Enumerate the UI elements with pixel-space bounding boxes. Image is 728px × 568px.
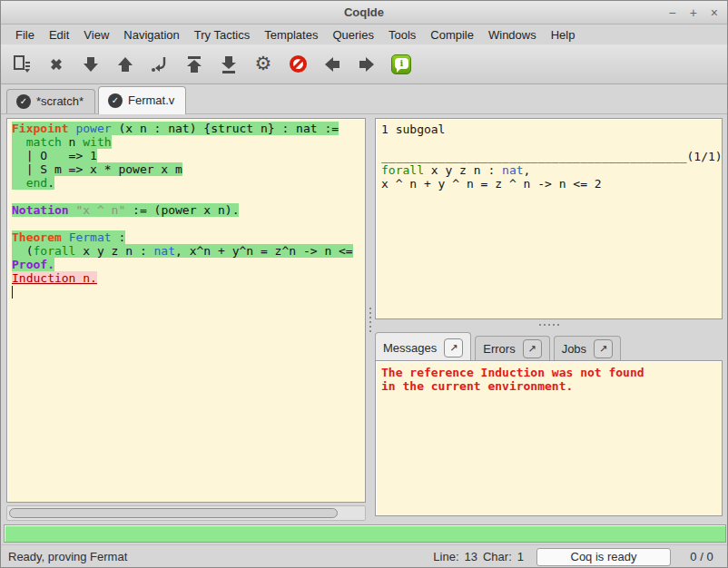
code-line[interactable]	[12, 285, 365, 299]
menu-item-queries[interactable]: Queries	[325, 26, 381, 44]
char-value: 1	[517, 550, 524, 563]
goal-counter: (1/1)	[687, 150, 723, 163]
line-label: Line:	[433, 550, 458, 563]
detach-icon[interactable]: ↗	[594, 339, 613, 358]
tab-label: Fermat.v	[128, 93, 174, 107]
go-to-end-icon[interactable]	[217, 53, 241, 76]
checkmark-icon: ✓	[16, 94, 31, 109]
menu-item-tools[interactable]: Tools	[381, 26, 423, 44]
code-line[interactable]: forall x y z n : nat,	[381, 163, 722, 177]
status-right: Line: 13 Char: 1 Coq is ready 0 / 0	[433, 548, 720, 566]
code-line[interactable]: | O => 1	[12, 149, 365, 162]
code-line[interactable]	[12, 217, 365, 230]
tab-label: *scratch*	[36, 94, 84, 108]
tab-fermat-v[interactable]: ✓Fermat.v	[98, 86, 186, 114]
menu-item-windows[interactable]: Windows	[481, 26, 544, 44]
code-line[interactable]: match n with	[12, 135, 365, 149]
restart-icon[interactable]	[182, 53, 206, 76]
close-icon[interactable]	[44, 53, 68, 76]
forward-icon[interactable]	[79, 53, 103, 76]
save-icon[interactable]	[10, 53, 34, 76]
coq-status-indicator: Coq is ready	[536, 548, 671, 566]
tab-messages[interactable]: Messages↗	[375, 332, 471, 362]
menu-item-compile[interactable]: Compile	[423, 26, 481, 44]
minimize-icon[interactable]: −	[668, 6, 675, 19]
titlebar[interactable]: CoqIde − + ×	[1, 1, 727, 24]
code-line[interactable]: Theorem Fermat :	[12, 230, 365, 244]
tab-label: Jobs	[562, 342, 586, 356]
about-icon[interactable]: i	[389, 53, 413, 76]
maximize-icon[interactable]: +	[690, 6, 697, 19]
toolbar: ⚙i	[1, 44, 727, 84]
script-editor[interactable]: Fixpoint power (x n : nat) {struct n} : …	[7, 119, 365, 299]
window-controls: − + ×	[668, 1, 718, 24]
code-line[interactable]	[12, 190, 365, 203]
code-line[interactable]: in the current environment.	[381, 379, 722, 393]
menu-bar: FileEditViewNavigationTry TacticsTemplat…	[1, 25, 727, 44]
goal-separator: ________________________________________…	[381, 150, 722, 163]
progress-bar	[4, 524, 726, 543]
status-message: Ready, proving Fermat	[8, 550, 433, 563]
menu-item-help[interactable]: Help	[544, 26, 583, 44]
tab-label: Errors	[483, 342, 515, 356]
messages-content: The reference Induction was not foundin …	[376, 361, 722, 393]
menu-item-navigation[interactable]: Navigation	[116, 26, 186, 44]
horizontal-splitter-handle[interactable]	[375, 320, 723, 329]
subgoal-count: 1 subgoal	[381, 122, 722, 136]
buffer-tabstrip: ✓*scratch*✓Fermat.v	[1, 84, 727, 114]
code-line[interactable]: end.	[12, 176, 365, 190]
detach-icon[interactable]: ↗	[444, 338, 463, 357]
window-title: CoqIde	[344, 5, 384, 19]
tab-jobs[interactable]: Jobs↗	[554, 336, 621, 361]
code-line[interactable]: The reference Induction was not found	[381, 366, 722, 379]
char-label: Char:	[483, 550, 512, 563]
menu-item-edit[interactable]: Edit	[42, 26, 76, 44]
menu-item-view[interactable]: View	[76, 26, 116, 44]
line-value: 13	[465, 550, 477, 563]
menu-item-templates[interactable]: Templates	[257, 26, 325, 44]
code-line[interactable]: Induction n.	[12, 271, 365, 285]
text-cursor	[12, 286, 13, 299]
worker-counter: 0 / 0	[684, 550, 720, 563]
tab-scratch[interactable]: ✓*scratch*	[6, 89, 95, 113]
menu-item-file[interactable]: File	[8, 26, 42, 44]
messages-tabstrip: Messages↗Errors↗Jobs↗	[375, 330, 723, 361]
goals-pane[interactable]: 1 subgoal ______________________________…	[375, 118, 723, 319]
code-line[interactable]: | S m => x * power x m	[12, 162, 365, 176]
next-icon[interactable]	[355, 53, 379, 76]
vertical-splitter-handle[interactable]	[367, 118, 374, 521]
backward-icon[interactable]	[113, 53, 137, 76]
code-line[interactable]: Proof.	[12, 258, 365, 271]
coqide-window: CoqIde − + × FileEditViewNavigationTry T…	[0, 0, 728, 568]
code-line[interactable]: Notation "x ^ n" := (power x n).	[12, 203, 365, 217]
previous-icon[interactable]	[320, 53, 344, 76]
script-editor-pane[interactable]: Fixpoint power (x n : nat) {struct n} : …	[6, 118, 366, 503]
status-bar: Ready, proving Fermat Line: 13 Char: 1 C…	[1, 544, 727, 568]
messages-pane[interactable]: The reference Induction was not foundin …	[375, 360, 723, 516]
checkmark-icon: ✓	[108, 93, 123, 108]
tab-errors[interactable]: Errors↗	[475, 336, 549, 361]
close-icon[interactable]: ×	[711, 6, 718, 19]
detach-icon[interactable]: ↗	[523, 339, 542, 358]
goal-statement: forall x y z n : nat,x ^ n + y ^ n = z ^…	[381, 163, 722, 191]
goto-cursor-icon[interactable]	[148, 53, 172, 76]
menu-item-try-tactics[interactable]: Try Tactics	[187, 26, 257, 44]
horizontal-scrollbar[interactable]	[6, 505, 366, 521]
code-line[interactable]: Fixpoint power (x n : nat) {struct n} : …	[12, 122, 365, 135]
scrollbar-thumb[interactable]	[9, 508, 338, 518]
code-line[interactable]: (forall x y z n : nat, x^n + y^n = z^n -…	[12, 244, 365, 258]
tab-label: Messages	[383, 341, 437, 355]
code-line[interactable]: x ^ n + y ^ n = z ^ n -> n <= 2	[381, 177, 722, 191]
fully-check-icon[interactable]: ⚙	[251, 53, 275, 76]
interrupt-icon[interactable]	[286, 53, 310, 76]
